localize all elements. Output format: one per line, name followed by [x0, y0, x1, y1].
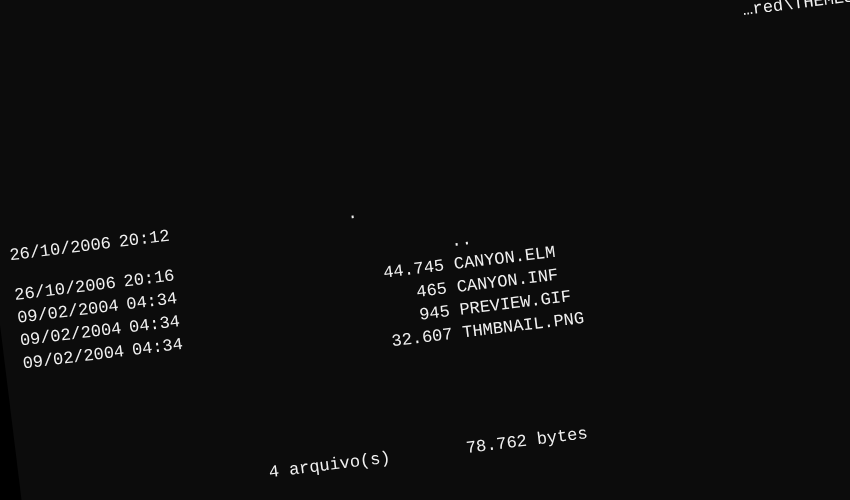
col-date: 26/10/2006	[8, 232, 120, 268]
col-name: .	[346, 203, 359, 227]
col-time	[135, 369, 204, 378]
terminal-window[interactable]: …red\THEMES1… 26/10/200620:12 .26/10/200…	[0, 0, 850, 500]
col-time: 20:12	[118, 224, 190, 255]
header-fragment: …red\THEMES1…	[741, 0, 850, 23]
dir-listing-1: 26/10/200620:12 .26/10/200620:16..09/02/…	[4, 94, 850, 399]
summary-size: 78.762	[416, 429, 538, 466]
col-name: ..	[450, 229, 473, 254]
col-size	[229, 219, 348, 234]
summary-unit: bytes	[536, 424, 589, 449]
col-date	[26, 378, 135, 391]
col-dir	[205, 352, 344, 369]
summary-label: 4 arquivo(s)	[268, 444, 420, 485]
